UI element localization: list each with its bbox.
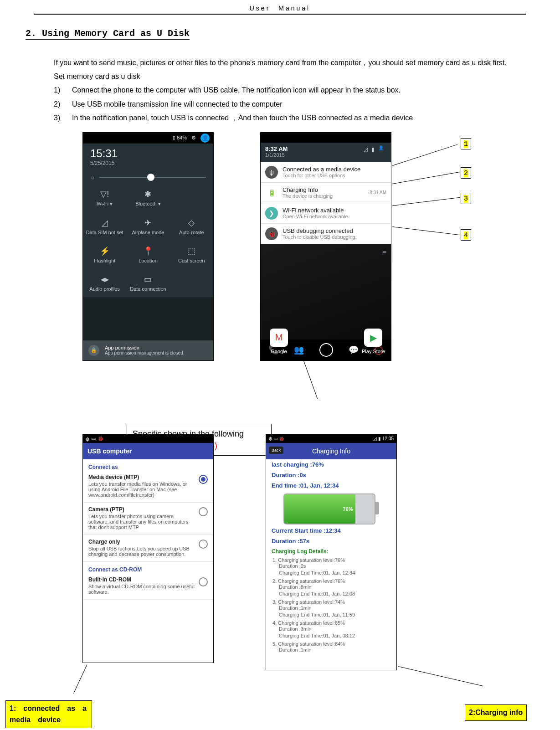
tile-icon: ▽! [100,189,109,199]
tile-label: Flashlight [94,258,115,263]
screenshot-quick-settings: ▯ 84% ⚙ 👤 15:31 5/25/2015 ☼ ▽!Wi-Fi ▾✱Bl… [83,133,213,360]
leader-line [398,666,483,686]
usb-icon: ψ [86,436,89,442]
tile-icon: ✱ [144,189,151,199]
usb-option[interactable]: Built-in CD-ROMShow a virtual CD-ROM con… [83,573,213,600]
callout-label: 4 [464,231,468,239]
callout-2: 2 [461,167,471,179]
tile-icon: ⚡ [100,246,110,256]
app-label: Google [270,349,288,354]
panel-header: ◿▮👤 8:32 AM 1/1/2015 [261,143,391,162]
contacts-icon[interactable]: 👥 [294,345,304,355]
notification-item[interactable]: 🔋Charging InfoThe device is charging8:31… [261,183,391,203]
leader-line [392,197,460,206]
notification-item[interactable]: 🐞USB debugging connectedTouch to disable… [261,224,391,244]
app-icon[interactable]: MGoogle [270,329,288,354]
tile-icon: ◇ [188,218,195,228]
quick-tile[interactable]: ◂▸Audio profiles [83,269,126,297]
screenshot-notification-panel: ◿▮👤 8:32 AM 1/1/2015 ψConnected as a med… [261,133,391,360]
quick-tile[interactable]: ▽!Wi-Fi ▾ [83,184,126,212]
running-header: User Manual [0,5,560,14]
clock-date: 5/25/2015 [90,160,206,166]
menu-icon[interactable]: ≡ [382,249,386,257]
screen-title: USB computer [83,443,213,459]
settings-icon[interactable]: ⚙ [191,135,196,141]
homescreen: ≡ MGoogle▶Play Store [261,244,391,339]
notification-item[interactable]: ψConnected as a media deviceTouch for ot… [261,162,391,183]
quick-tile[interactable] [170,184,213,212]
quick-tile[interactable]: ▭Data connection [126,269,170,297]
tile-label: Cast screen [178,258,205,263]
quick-tile[interactable]: ⚡Flashlight [83,241,126,269]
usb-icon: ψ ▭ 🐞 [269,436,284,441]
usb-option[interactable]: Camera (PTP)Lets you transfer photos usi… [83,503,213,535]
quick-tiles: ▽!Wi-Fi ▾✱Bluetooth ▾◿Data SIM not set✈A… [83,184,213,297]
quick-tile[interactable]: ◿Data SIM not set [83,212,126,241]
radio-icon[interactable] [199,540,208,549]
notification-subtitle: Touch for other USB options. [283,173,360,178]
callout-label: 3 [464,195,468,203]
notification-item[interactable]: ❯Wi-Fi network availableOpen Wi-Fi netwo… [261,203,391,224]
radio-icon[interactable] [199,577,208,586]
log-entry: 2. Charging saturation level:76% Duratio… [272,578,391,597]
radio-icon[interactable] [199,475,208,484]
tile-label: Auto-rotate [179,230,204,235]
usb-option[interactable]: Charge onlyStop all USB fuctions.Lets yo… [83,535,213,562]
clock-time: 15:31 [90,147,206,160]
log-entry: 5. Charging saturation level:84% Duratio… [272,641,391,653]
radio-icon[interactable] [199,507,208,516]
back-button[interactable]: Back [269,447,283,454]
duration: Duration :0s [266,470,396,480]
end-time: End time :01, Jan, 12:34 [266,480,396,491]
tile-label: Data SIM not set [86,230,123,235]
figures-row-2: Specific shown in the following figure (… [26,415,534,693]
step-text: In the notification panel, touch USB is … [72,111,413,125]
status-bar [261,133,391,143]
option-sub: Stop all USB fuctions.Lets you speed up … [88,546,195,557]
battery-icon: ▮ [378,436,382,441]
step-3: 3)In the notification panel, touch USB i… [54,111,534,125]
quick-tile[interactable] [170,269,213,297]
tile-icon: 📍 [143,246,153,256]
charging-log: 1. Charging saturation level:76% Duratio… [266,556,396,656]
apps-icon[interactable] [319,343,333,357]
tile-label: Bluetooth ▾ [135,201,161,207]
screenshot-charging-info: ψ ▭ 🐞◿ ▮ 12:35 Back Charging Info last c… [266,435,396,670]
body-text: If you want to send music, pictures or o… [54,56,534,125]
notification-icon: ψ [265,166,278,179]
heads-up-notification[interactable]: 🔒 App permission App permission manageme… [83,340,213,360]
quick-tile[interactable]: 📍Location [126,241,170,269]
notification-icon: 🐞 [265,227,278,240]
quick-tile[interactable]: ◇Auto-rotate [170,212,213,241]
user-avatar-icon[interactable]: 👤 [200,134,210,143]
notification-icon: 🔋 [265,186,278,199]
option-sub: Lets you transfer photos using camera so… [88,514,195,530]
app-icon[interactable]: ▶Play Store [362,329,385,354]
brightness-slider[interactable]: ☼ [83,171,213,184]
log-entry: 3. Charging saturation level:74% Duratio… [272,599,391,618]
log-entry: 1. Charging saturation level:76% Duratio… [272,557,391,576]
sms-icon[interactable]: 💬 [349,345,359,355]
callout-label: 2 [464,170,468,177]
screenshot-usb-connection: ψ▭🐞 USB computer Connect as Media device… [83,435,213,663]
callout-4: 4 [461,229,471,241]
user-avatar-icon[interactable]: 👤 [378,145,386,154]
cast-icon: ▭ [91,436,96,442]
notification-subtitle: Touch to disable USB debugging. [283,234,357,240]
quick-tile[interactable]: ⬚Cast screen [170,241,213,269]
usb-option[interactable]: Media device (MTP)Lets you transfer medi… [83,470,213,503]
option-title: Built-in CD-ROM [88,576,195,583]
quick-tile[interactable]: ✱Bluetooth ▾ [126,184,170,212]
screen-header: Back Charging Info [266,443,396,459]
leader-line [73,664,87,694]
battery-icon: ▮ [371,146,375,153]
page: User Manual 2. Using Memory Card as U Di… [0,0,560,697]
quick-tile[interactable]: ✈Airplane mode [126,212,170,241]
log-heading: Charging Log Details: [266,546,396,556]
step-num: 3) [54,111,64,125]
tile-icon: ◂▸ [101,274,109,284]
battery-fill: 76% [284,494,355,524]
notification-title: Wi-Fi network available [283,207,348,214]
intro-paragraph: If you want to send music, pictures or o… [54,56,534,70]
leader-line [303,360,318,399]
